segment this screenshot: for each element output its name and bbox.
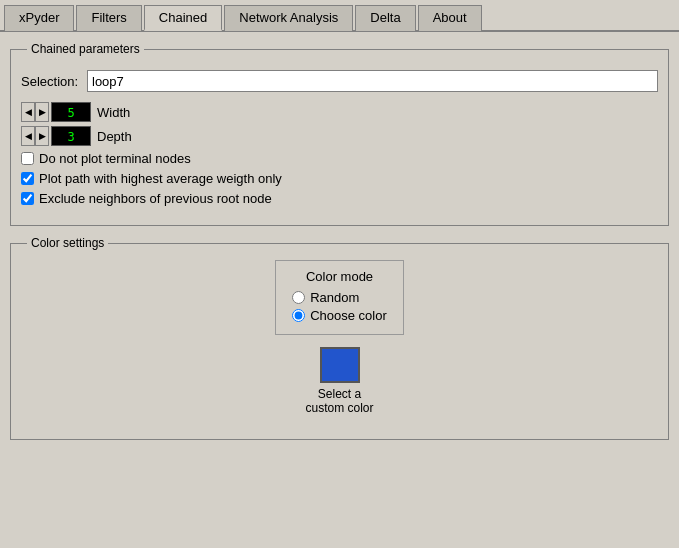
color-mode-title: Color mode xyxy=(292,269,387,284)
depth-decrease-btn[interactable]: ◀ xyxy=(21,126,35,146)
highest-avg-checkbox[interactable] xyxy=(21,172,34,185)
no-terminal-label: Do not plot terminal nodes xyxy=(39,151,191,166)
choose-color-radio[interactable] xyxy=(292,309,305,322)
exclude-neighbors-checkbox[interactable] xyxy=(21,192,34,205)
main-content: Chained parameters Selection: ◀ ▶ 5 Widt… xyxy=(0,32,679,460)
random-radio[interactable] xyxy=(292,291,305,304)
checkbox-row-3: Exclude neighbors of previous root node xyxy=(21,191,658,206)
chained-params-legend: Chained parameters xyxy=(27,42,144,56)
selection-label: Selection: xyxy=(21,74,81,89)
color-settings-legend: Color settings xyxy=(27,236,108,250)
color-swatch-area: Select a custom color xyxy=(305,347,373,415)
color-settings-group: Color settings Color mode Random Choose … xyxy=(10,236,669,440)
tab-chained[interactable]: Chained xyxy=(144,5,222,31)
depth-value: 3 xyxy=(51,126,91,146)
no-terminal-checkbox[interactable] xyxy=(21,152,34,165)
checkbox-row-2: Plot path with highest average weigth on… xyxy=(21,171,658,186)
radio-row-choose: Choose color xyxy=(292,308,387,323)
tab-filters[interactable]: Filters xyxy=(76,5,141,31)
choose-color-label: Choose color xyxy=(310,308,387,323)
depth-spinner-row: ◀ ▶ 3 Depth xyxy=(21,126,658,146)
radio-row-random: Random xyxy=(292,290,387,305)
random-label: Random xyxy=(310,290,359,305)
depth-arrows: ◀ ▶ xyxy=(21,126,49,146)
width-arrows: ◀ ▶ xyxy=(21,102,49,122)
tab-bar: xPyder Filters Chained Network Analysis … xyxy=(0,0,679,32)
tab-delta[interactable]: Delta xyxy=(355,5,415,31)
tab-about[interactable]: About xyxy=(418,5,482,31)
color-swatch[interactable] xyxy=(320,347,360,383)
color-swatch-label: Select a custom color xyxy=(305,387,373,415)
selection-input[interactable] xyxy=(87,70,658,92)
width-value: 5 xyxy=(51,102,91,122)
color-mode-box: Color mode Random Choose color xyxy=(275,260,404,335)
depth-label: Depth xyxy=(97,129,132,144)
width-decrease-btn[interactable]: ◀ xyxy=(21,102,35,122)
depth-increase-btn[interactable]: ▶ xyxy=(35,126,49,146)
selection-row: Selection: xyxy=(21,70,658,92)
width-increase-btn[interactable]: ▶ xyxy=(35,102,49,122)
width-spinner-row: ◀ ▶ 5 Width xyxy=(21,102,658,122)
highest-avg-label: Plot path with highest average weigth on… xyxy=(39,171,282,186)
exclude-neighbors-label: Exclude neighbors of previous root node xyxy=(39,191,272,206)
tab-xpyder[interactable]: xPyder xyxy=(4,5,74,31)
width-label: Width xyxy=(97,105,130,120)
tab-network-analysis[interactable]: Network Analysis xyxy=(224,5,353,31)
checkbox-row-1: Do not plot terminal nodes xyxy=(21,151,658,166)
color-group-inner: Color mode Random Choose color Select a … xyxy=(21,250,658,425)
chained-params-group: Chained parameters Selection: ◀ ▶ 5 Widt… xyxy=(10,42,669,226)
